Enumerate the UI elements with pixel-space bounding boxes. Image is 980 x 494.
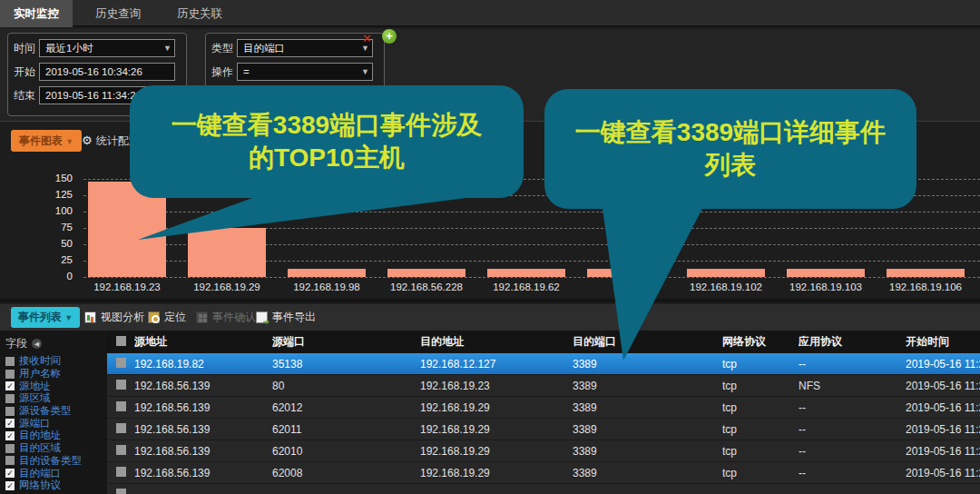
event-list-button[interactable]: 事件列表 ▼ [11, 307, 80, 328]
cell-start-time: 2019-05-16 11:27: [906, 423, 980, 436]
chart-bar[interactable] [787, 269, 865, 277]
col-net-protocol[interactable]: 网络协议 [722, 334, 799, 350]
field-option[interactable]: ✓目的地址 [0, 430, 107, 442]
cell-start-time: 2019-05-16 11:27: [906, 445, 980, 458]
col-start-time[interactable]: 开始时间 [906, 334, 980, 350]
checkbox[interactable] [5, 456, 15, 465]
cell-src-port: 80 [272, 380, 420, 392]
row-checkbox[interactable] [116, 423, 126, 433]
row-checkbox[interactable] [116, 445, 126, 455]
start-time-input[interactable]: 2019-05-16 10:34:26 [39, 63, 175, 81]
chart-bar[interactable] [687, 269, 765, 277]
field-option[interactable]: ✓网络协议 [0, 479, 107, 492]
table-row[interactable]: 192.168.56.139 62011 192.168.19.29 3389 … [107, 419, 980, 440]
field-option[interactable]: ✓源端口 [0, 417, 107, 430]
checkbox[interactable] [5, 444, 15, 453]
field-option[interactable]: 源设备类型 [0, 405, 107, 418]
checkbox[interactable] [5, 357, 15, 366]
field-option[interactable]: ✓源地址 [0, 380, 107, 392]
checkbox[interactable] [5, 407, 15, 416]
cell-src-address: 192.168.56.139 [134, 467, 272, 479]
row-checkbox[interactable] [116, 401, 126, 411]
gridline [83, 277, 980, 278]
col-dst-port[interactable]: 目的端口 [573, 334, 722, 350]
fields-sidebar: 字段 ◀ 接收时间 用户名称 ✓源地址 源区域 源设备类型 ✓源端口 ✓目的地址… [0, 331, 107, 494]
row-checkbox[interactable] [116, 380, 126, 390]
cell-app-protocol: NFS [799, 380, 906, 392]
cell-start-time: 2019-05-16 11:27: [906, 380, 980, 392]
add-filter-icon[interactable]: + [382, 29, 397, 44]
table-row[interactable]: 192.168.56.139 62012 192.168.19.29 3389 … [107, 397, 980, 419]
event-table: 源地址 源端口 目的地址 目的端口 网络协议 应用协议 开始时间 192.168… [107, 331, 980, 494]
select-all-checkbox[interactable] [116, 336, 126, 346]
collapse-icon[interactable]: ◀ [32, 339, 42, 349]
cell-src-address: 192.168.56.139 [134, 380, 272, 392]
operator-select[interactable]: =▼ [237, 63, 373, 81]
cell-src-port: 62010 [272, 445, 420, 458]
tab-history-query[interactable]: 历史查询 [82, 0, 154, 27]
col-src-address[interactable]: 源地址 [134, 334, 272, 350]
row-checkbox[interactable] [116, 358, 126, 368]
event-export-icon [256, 311, 268, 323]
col-dst-address[interactable]: 目的地址 [420, 334, 573, 350]
cell-src-address: 192.168.56.139 [134, 445, 272, 458]
table-row[interactable]: 192.168.56.139 62008 192.168.19.29 3389 … [107, 462, 980, 484]
table-row-selected[interactable]: 192.168.19.82 35138 192.168.12.127 3389 … [107, 353, 980, 375]
gridline [83, 212, 980, 212]
field-option[interactable]: ✓目的端口 [0, 467, 107, 479]
cell-dst-port: 3389 [573, 380, 722, 392]
x-tick: 192.168.19.102 [676, 282, 776, 292]
field-option[interactable]: 接收时间 [0, 355, 107, 368]
cell-dst-port: 3389 [573, 358, 722, 370]
table-row[interactable]: 192.168.56.139 80 192.168.19.23 3389 tcp… [107, 375, 980, 397]
cell-dst-address: 192.168.19.29 [420, 467, 573, 479]
cell-start-time: 2019-05-16 11:27: [906, 358, 980, 370]
table-row-partial[interactable] [107, 484, 980, 494]
cell-dst-port: 3389 [573, 423, 722, 436]
chevron-down-icon: ▼ [361, 64, 369, 80]
table-row[interactable]: 192.168.56.139 62010 192.168.19.29 3389 … [107, 440, 980, 462]
cell-src-port: 35138 [272, 358, 420, 370]
tab-realtime-monitor[interactable]: 实时监控 [0, 0, 73, 27]
checkbox[interactable]: ✓ [5, 481, 15, 490]
cell-net-protocol: tcp [722, 423, 799, 436]
operator-label: 操作 [211, 64, 237, 80]
chart-bar[interactable] [188, 228, 266, 277]
time-range-select[interactable]: 最近1小时▼ [39, 39, 175, 57]
field-option[interactable]: 用户名称 [0, 368, 107, 380]
field-option[interactable]: 源区域 [0, 392, 107, 405]
chart-bar[interactable] [387, 269, 466, 277]
event-chart-button[interactable]: 事件图表 ▼ [11, 130, 82, 152]
cell-src-port: 62008 [272, 467, 420, 479]
field-option[interactable]: 目的区域 [0, 442, 107, 455]
cell-net-protocol: tcp [722, 380, 799, 392]
x-tick: 192.168.19.23 [77, 282, 177, 292]
type-select[interactable]: 目的端口▼ [237, 39, 373, 57]
row-checkbox[interactable] [116, 489, 126, 494]
cell-dst-port: 3389 [573, 445, 722, 458]
chart-bar[interactable] [587, 269, 665, 277]
event-confirm-icon [196, 311, 208, 323]
field-option[interactable]: 目的设备类型 [0, 455, 107, 468]
view-analysis-button[interactable]: 视图分析 [84, 310, 144, 325]
remove-filter-icon[interactable]: ✕ [362, 32, 372, 45]
checkbox[interactable]: ✓ [5, 431, 15, 440]
col-src-port[interactable]: 源端口 [272, 334, 420, 350]
x-tick: 192.168.56.228 [377, 282, 476, 292]
event-export-button[interactable]: 事件导出 [256, 310, 316, 325]
checkbox[interactable]: ✓ [5, 469, 15, 478]
checkbox[interactable] [5, 370, 15, 379]
checkbox[interactable]: ✓ [5, 419, 15, 428]
chart-bar[interactable] [487, 269, 565, 277]
event-confirm-button[interactable]: 事件确认 [196, 310, 256, 325]
cell-app-protocol: -- [799, 401, 906, 414]
checkbox[interactable] [5, 394, 15, 403]
checkbox[interactable]: ✓ [5, 381, 15, 390]
row-checkbox[interactable] [116, 467, 126, 477]
chart-bar[interactable] [288, 269, 366, 277]
y-tick: 150 [40, 173, 73, 183]
tab-history-correlation[interactable]: 历史关联 [163, 0, 236, 27]
locate-button[interactable]: 定位 [148, 310, 186, 325]
col-app-protocol[interactable]: 应用协议 [799, 334, 906, 350]
chart-bar[interactable] [887, 269, 965, 277]
